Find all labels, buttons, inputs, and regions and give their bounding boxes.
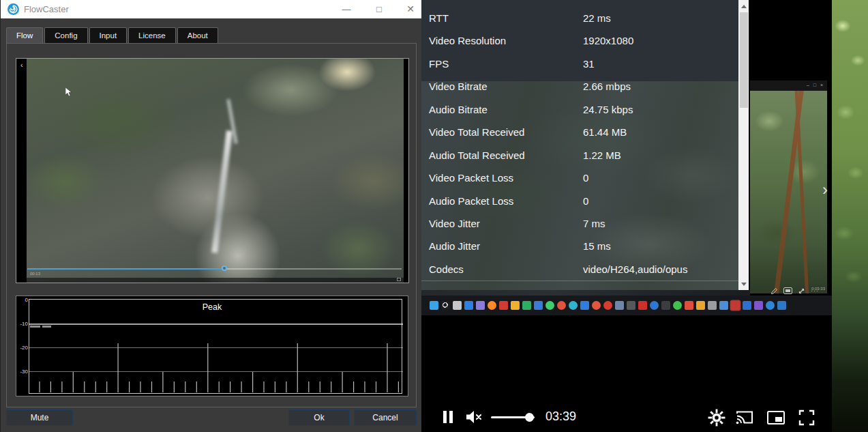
stats-value: 7 ms — [583, 218, 605, 229]
miniplayer-icon[interactable] — [766, 409, 785, 426]
preview-progress-fill — [27, 268, 226, 270]
next-chevron[interactable]: › — [822, 182, 828, 198]
peak-meter: 0 -10 -20 -30 Peak — [16, 296, 408, 397]
close-button[interactable]: ✕ — [399, 0, 422, 18]
taskbar-app-icon — [580, 301, 589, 310]
tab[interactable]: Flow — [6, 27, 43, 43]
volume-knob[interactable] — [525, 413, 534, 422]
peak-ylabel-10: -10 — [17, 321, 28, 327]
next-video-strip — [832, 0, 868, 432]
ok-button[interactable]: Ok — [288, 409, 350, 426]
taskbar-app-icon — [511, 301, 520, 310]
stats-row: FPS 31 — [421, 53, 738, 76]
stats-value: 0 — [583, 195, 588, 207]
taskbar-app-icon — [430, 301, 438, 310]
stats-value: 24.75 kbps — [583, 104, 633, 115]
back-chevron-icon[interactable]: ‹ — [20, 61, 23, 69]
stats-value: 1920x1080 — [583, 35, 633, 46]
flow-tab-page: 00:13 ‹ 0 -10 -20 -30 P — [6, 43, 417, 407]
tab[interactable]: Input — [89, 27, 128, 43]
stats-row: Codecs video/H264,audio/opus — [421, 259, 738, 281]
taskbar-app-icon — [754, 301, 763, 310]
taskbar-app-icon — [661, 301, 670, 310]
taskbar-app-icon — [464, 301, 473, 310]
stats-value: 22 ms — [583, 12, 611, 24]
stats-row: Audio Jitter 15 ms — [421, 235, 738, 258]
scroll-down-arrow-icon[interactable] — [741, 283, 747, 286]
video-sliver — [421, 290, 750, 296]
stats-row: Video Jitter 7 ms — [421, 213, 738, 235]
maximize-button[interactable]: □ — [368, 0, 391, 18]
stats-label: Audio Jitter — [429, 240, 480, 252]
stats-label: Video Jitter — [429, 218, 480, 229]
stats-label: Video Bitrate — [429, 81, 488, 92]
taskbar-app-icon — [592, 301, 601, 310]
taskbar-app-icon — [534, 301, 543, 310]
preview-progress-knob[interactable] — [222, 265, 227, 271]
stats-value: 31 — [583, 58, 595, 70]
scrollbar-thumb[interactable] — [740, 12, 748, 108]
titlebar: FlowCaster — □ ✕ — [1, 0, 422, 18]
scroll-up-arrow-icon[interactable] — [741, 5, 747, 8]
stats-value: 0 — [583, 172, 588, 184]
taskbar-app-icon — [696, 301, 705, 310]
peak-ylabel-20: -20 — [17, 345, 28, 351]
stats-label: Video Total Received — [429, 126, 524, 138]
mute-button[interactable]: Mute — [6, 409, 73, 426]
annotation-toolbar: ··· — [770, 286, 832, 296]
mute-speaker-icon[interactable] — [465, 409, 484, 425]
fullscreen-icon[interactable] — [798, 409, 815, 427]
stats-label: RTT — [429, 12, 449, 24]
tree-window-titlebar: – □ × — [750, 81, 827, 91]
stats-value: 2.66 mbps — [583, 81, 631, 92]
taskbar-app-icon — [766, 301, 775, 310]
volume-slider[interactable] — [491, 416, 535, 418]
stats-row: Audio Total Received 1.22 MB — [421, 145, 738, 167]
taskbar-app-icon — [441, 301, 450, 310]
taskbar-app-icon — [522, 301, 531, 310]
playback-time: 03:39 — [545, 409, 576, 424]
preview-timestamp: 00:13 — [30, 272, 40, 276]
peak-ruler-svg — [29, 300, 403, 394]
tab[interactable]: Config — [44, 27, 87, 43]
mouse-cursor — [65, 87, 72, 97]
preview-video-frame: 00:13 — [27, 59, 404, 283]
pencil-icon — [770, 287, 778, 295]
pause-button[interactable] — [442, 409, 454, 424]
stats-value: 61.44 MB — [583, 126, 627, 138]
stats-row: Video Total Received 61.44 MB — [421, 121, 738, 144]
tree-window-video: 0:03:33 — [750, 91, 827, 293]
waterfall-highlight — [211, 130, 233, 253]
preview-progress-track[interactable] — [27, 268, 402, 270]
stats-row: Audio Packet Loss 0 — [421, 190, 738, 213]
taskbar-app-icon — [499, 301, 508, 310]
stats-row: Audio Bitrate 24.75 kbps — [421, 99, 738, 121]
settings-gear-icon[interactable] — [708, 409, 725, 427]
tab[interactable]: About — [177, 27, 218, 43]
stats-row: RTT 22 ms — [421, 8, 738, 30]
taskbar-app-icon — [627, 301, 635, 310]
stats-scrollbar[interactable] — [738, 0, 749, 290]
stats-divider — [421, 280, 738, 281]
peak-ylabel-30: -30 — [17, 369, 28, 375]
stats-label: Audio Total Received — [429, 149, 525, 161]
taskbar-app-icon — [476, 301, 485, 310]
tab-strip: Flow Config Input License About — [6, 27, 220, 43]
cast-icon[interactable] — [735, 409, 754, 426]
video-player-pane: RTT 22 ms Video Resolution 1920x1080 FPS… — [421, 0, 868, 432]
taskbar-app-icon — [650, 301, 659, 310]
flowcaster-window: FlowCaster — □ ✕ Flow Config Input Licen… — [0, 0, 421, 432]
stats-value: 15 ms — [583, 240, 611, 252]
preview-fullscreen-icon[interactable] — [397, 278, 401, 281]
stats-label: FPS — [429, 58, 449, 70]
tab[interactable]: License — [128, 27, 176, 43]
taskbar-app-icon — [743, 301, 751, 310]
video-preview: 00:13 ‹ — [16, 58, 409, 283]
stats-label: Video Packet Loss — [429, 172, 513, 184]
minimize-button[interactable]: — — [335, 0, 358, 18]
cancel-button[interactable]: Cancel — [354, 409, 417, 426]
taskbar-app-icon — [453, 301, 462, 310]
resize-arrows-icon — [798, 287, 805, 295]
taskbar-app-icon — [731, 301, 740, 310]
stats-label: Video Resolution — [429, 35, 506, 46]
